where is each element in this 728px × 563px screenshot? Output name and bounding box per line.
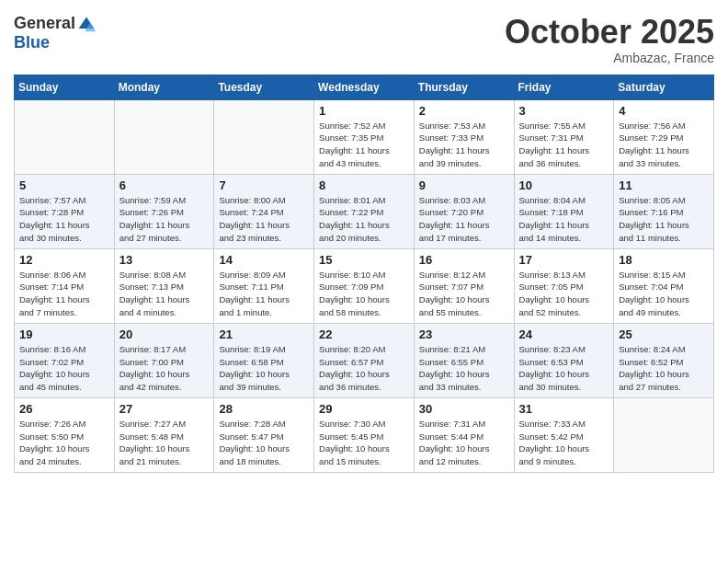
weekday-header-tuesday: Tuesday [214, 75, 314, 99]
calendar-cell: 16Sunrise: 8:12 AM Sunset: 7:07 PM Dayli… [414, 248, 514, 323]
calendar-cell: 10Sunrise: 8:04 AM Sunset: 7:18 PM Dayli… [514, 174, 614, 248]
calendar-cell: 30Sunrise: 7:31 AM Sunset: 5:44 PM Dayli… [414, 397, 514, 472]
day-number: 2 [419, 104, 509, 118]
weekday-header-saturday: Saturday [614, 75, 714, 99]
day-number: 21 [219, 327, 309, 341]
day-number: 13 [119, 253, 210, 267]
weekday-header-monday: Monday [114, 75, 214, 99]
day-number: 27 [119, 402, 210, 416]
calendar-cell: 23Sunrise: 8:21 AM Sunset: 6:55 PM Dayli… [414, 323, 514, 397]
calendar-cell [114, 99, 214, 174]
weekday-header-friday: Friday [514, 75, 614, 99]
day-number: 1 [319, 104, 409, 118]
day-info: Sunrise: 7:30 AM Sunset: 5:45 PM Dayligh… [319, 418, 409, 468]
calendar-cell: 12Sunrise: 8:06 AM Sunset: 7:14 PM Dayli… [15, 248, 115, 323]
day-number: 19 [19, 327, 109, 341]
day-number: 10 [519, 178, 609, 192]
calendar-cell: 5Sunrise: 7:57 AM Sunset: 7:28 PM Daylig… [15, 174, 115, 248]
day-info: Sunrise: 7:31 AM Sunset: 5:44 PM Dayligh… [419, 418, 509, 468]
day-number: 26 [19, 402, 109, 416]
logo-general: General [14, 14, 75, 33]
calendar-cell: 22Sunrise: 8:20 AM Sunset: 6:57 PM Dayli… [314, 323, 415, 397]
day-number: 30 [419, 402, 509, 416]
day-number: 28 [219, 402, 309, 416]
calendar-cell: 14Sunrise: 8:09 AM Sunset: 7:11 PM Dayli… [214, 248, 314, 323]
calendar-cell: 31Sunrise: 7:33 AM Sunset: 5:42 PM Dayli… [514, 397, 614, 472]
day-info: Sunrise: 8:12 AM Sunset: 7:07 PM Dayligh… [419, 269, 509, 319]
day-info: Sunrise: 8:04 AM Sunset: 7:18 PM Dayligh… [519, 194, 609, 245]
day-info: Sunrise: 8:24 AM Sunset: 6:52 PM Dayligh… [619, 343, 709, 394]
calendar-cell: 4Sunrise: 7:56 AM Sunset: 7:29 PM Daylig… [614, 99, 714, 174]
calendar-cell: 25Sunrise: 8:24 AM Sunset: 6:52 PM Dayli… [614, 323, 714, 397]
weekday-header-wednesday: Wednesday [314, 75, 415, 99]
day-info: Sunrise: 7:27 AM Sunset: 5:48 PM Dayligh… [119, 418, 210, 468]
day-number: 4 [619, 104, 709, 118]
calendar-cell: 7Sunrise: 8:00 AM Sunset: 7:24 PM Daylig… [214, 174, 314, 248]
calendar-cell: 8Sunrise: 8:01 AM Sunset: 7:22 PM Daylig… [314, 174, 415, 248]
day-number: 5 [19, 178, 109, 192]
day-info: Sunrise: 8:10 AM Sunset: 7:09 PM Dayligh… [319, 269, 409, 319]
day-number: 11 [619, 178, 709, 192]
title-block: October 2025 Ambazac, France [505, 14, 714, 65]
day-info: Sunrise: 8:21 AM Sunset: 6:55 PM Dayligh… [419, 343, 509, 394]
day-info: Sunrise: 8:06 AM Sunset: 7:14 PM Dayligh… [19, 269, 109, 319]
calendar-week-row: 1Sunrise: 7:52 AM Sunset: 7:35 PM Daylig… [15, 99, 714, 174]
logo-blue: Blue [14, 33, 50, 52]
day-info: Sunrise: 8:17 AM Sunset: 7:00 PM Dayligh… [119, 343, 210, 394]
day-number: 22 [319, 327, 409, 341]
calendar-cell: 27Sunrise: 7:27 AM Sunset: 5:48 PM Dayli… [114, 397, 214, 472]
day-number: 18 [619, 253, 709, 267]
month-title: October 2025 [505, 14, 714, 51]
calendar-cell [15, 99, 115, 174]
calendar-table: SundayMondayTuesdayWednesdayThursdayFrid… [14, 75, 714, 473]
logo: General Blue [14, 14, 96, 52]
calendar-cell: 28Sunrise: 7:28 AM Sunset: 5:47 PM Dayli… [214, 397, 314, 472]
day-number: 16 [419, 253, 509, 267]
calendar-cell: 11Sunrise: 8:05 AM Sunset: 7:16 PM Dayli… [614, 174, 714, 248]
day-number: 20 [119, 327, 210, 341]
day-info: Sunrise: 8:03 AM Sunset: 7:20 PM Dayligh… [419, 194, 509, 245]
day-info: Sunrise: 7:57 AM Sunset: 7:28 PM Dayligh… [19, 194, 109, 245]
day-number: 31 [519, 402, 609, 416]
weekday-header-row: SundayMondayTuesdayWednesdayThursdayFrid… [15, 75, 714, 99]
logo-icon [77, 15, 96, 33]
calendar-cell: 26Sunrise: 7:26 AM Sunset: 5:50 PM Dayli… [15, 397, 115, 472]
calendar-cell: 6Sunrise: 7:59 AM Sunset: 7:26 PM Daylig… [114, 174, 214, 248]
day-number: 25 [619, 327, 709, 341]
calendar-cell: 20Sunrise: 8:17 AM Sunset: 7:00 PM Dayli… [114, 323, 214, 397]
day-info: Sunrise: 8:20 AM Sunset: 6:57 PM Dayligh… [319, 343, 409, 394]
day-info: Sunrise: 8:01 AM Sunset: 7:22 PM Dayligh… [319, 194, 409, 245]
weekday-header-thursday: Thursday [414, 75, 514, 99]
calendar-cell: 3Sunrise: 7:55 AM Sunset: 7:31 PM Daylig… [514, 99, 614, 174]
calendar-week-row: 5Sunrise: 7:57 AM Sunset: 7:28 PM Daylig… [15, 174, 714, 248]
day-info: Sunrise: 8:19 AM Sunset: 6:58 PM Dayligh… [219, 343, 309, 394]
day-number: 9 [419, 178, 509, 192]
day-number: 15 [319, 253, 409, 267]
day-info: Sunrise: 7:55 AM Sunset: 7:31 PM Dayligh… [519, 120, 609, 170]
day-number: 23 [419, 327, 509, 341]
day-number: 12 [19, 253, 109, 267]
calendar-cell: 9Sunrise: 8:03 AM Sunset: 7:20 PM Daylig… [414, 174, 514, 248]
day-info: Sunrise: 7:56 AM Sunset: 7:29 PM Dayligh… [619, 120, 709, 170]
calendar-cell: 2Sunrise: 7:53 AM Sunset: 7:33 PM Daylig… [414, 99, 514, 174]
day-number: 17 [519, 253, 609, 267]
day-number: 7 [219, 178, 309, 192]
calendar-cell: 13Sunrise: 8:08 AM Sunset: 7:13 PM Dayli… [114, 248, 214, 323]
calendar-cell: 15Sunrise: 8:10 AM Sunset: 7:09 PM Dayli… [314, 248, 415, 323]
day-number: 8 [319, 178, 409, 192]
day-info: Sunrise: 7:33 AM Sunset: 5:42 PM Dayligh… [519, 418, 609, 468]
day-info: Sunrise: 8:09 AM Sunset: 7:11 PM Dayligh… [219, 269, 309, 319]
page-header: General Blue October 2025 Ambazac, Franc… [14, 14, 714, 65]
day-info: Sunrise: 7:53 AM Sunset: 7:33 PM Dayligh… [419, 120, 509, 170]
day-number: 29 [319, 402, 409, 416]
calendar-cell: 24Sunrise: 8:23 AM Sunset: 6:53 PM Dayli… [514, 323, 614, 397]
calendar-week-row: 12Sunrise: 8:06 AM Sunset: 7:14 PM Dayli… [15, 248, 714, 323]
calendar-cell [214, 99, 314, 174]
day-info: Sunrise: 7:28 AM Sunset: 5:47 PM Dayligh… [219, 418, 309, 468]
location: Ambazac, France [505, 51, 714, 65]
calendar-cell: 18Sunrise: 8:15 AM Sunset: 7:04 PM Dayli… [614, 248, 714, 323]
calendar-cell: 1Sunrise: 7:52 AM Sunset: 7:35 PM Daylig… [314, 99, 415, 174]
day-info: Sunrise: 8:16 AM Sunset: 7:02 PM Dayligh… [19, 343, 109, 394]
day-number: 6 [119, 178, 210, 192]
day-info: Sunrise: 8:13 AM Sunset: 7:05 PM Dayligh… [519, 269, 609, 319]
